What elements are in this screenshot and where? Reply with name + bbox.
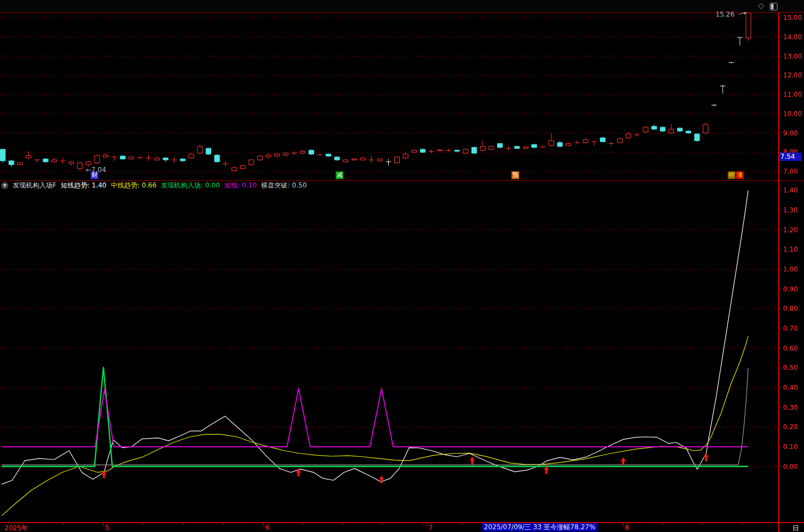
indicator-axis-label: 0.00 [783,463,798,471]
indicator-axis-label: 0.70 [783,325,798,332]
candle-body-up [583,140,588,143]
candle [309,149,314,155]
price-axis-label: 11.00 [783,91,802,98]
low-price-label: ←7.04 [86,166,106,174]
candle [437,149,442,151]
candle-body-up [232,168,237,170]
candle-body-down [206,148,211,154]
candle-body-up [403,154,408,158]
candle-body-up [249,160,254,165]
candle [686,130,691,134]
indicator-axis-label: 0.60 [783,345,798,352]
price-axis-label: 9.00 [783,129,798,137]
candle [121,155,126,160]
candle [395,156,400,164]
candle [643,126,648,133]
candle [232,166,237,171]
indicator-axis-label: 1.20 [783,226,798,234]
candle [275,153,280,157]
candle [652,124,657,130]
candle-body-down [695,134,699,140]
candle [223,161,228,166]
month-label: 6 [265,524,270,531]
candle-body-up [378,159,383,160]
candle-body-up [95,156,100,163]
candle-body-down [215,155,220,161]
price-axis-label: 15.00 [783,14,802,22]
indicator-axis-label: 1.00 [783,265,798,273]
buy-signal-arrow [544,466,549,474]
axis-price-badge: 7.54 [779,153,802,161]
candle [155,157,160,161]
legend-institution-entry: 发现机构入场: 0.00 [161,181,220,190]
candle [77,162,82,171]
candle [523,146,528,149]
legend-mid-trend: 中线趋势: 0.66 [111,181,156,190]
candle [472,147,477,154]
candle-body-down [601,138,605,142]
candle-body-up [746,13,751,38]
candle [455,149,460,152]
indicator-axis-label: 1.30 [783,206,798,214]
event-badge[interactable]: 减 [336,171,343,179]
candle-body-down [420,149,425,152]
candle-body-up [258,156,263,160]
diamond-icon[interactable]: ◇ [758,1,764,10]
candle-body-down [472,148,477,153]
candle-body-up [437,150,442,150]
panel-layout-icon[interactable] [770,3,777,11]
candle [669,124,674,134]
candle [412,149,417,153]
candle [429,149,434,153]
buy-signal-arrow [470,457,475,465]
candle [9,160,14,166]
month-label: 5 [105,524,109,531]
period-label[interactable]: 日线 [792,524,804,532]
candle [660,126,665,132]
candle-body-down [1,149,6,161]
candle-body-up [523,147,528,148]
buy-signal-arrow [704,453,709,461]
candle [283,152,288,156]
candle [137,157,143,160]
candle [489,145,494,150]
candle [746,13,751,41]
indicator-line-短线 [2,389,748,447]
legend-breakout: 横盘突破: 0.50 [261,181,307,190]
candle-body-down [455,150,460,152]
date-status-badge: 2025/07/09/三 33 至今涨幅78.27% [482,523,597,531]
candle-body-down [532,144,537,147]
candle-body-up [26,156,31,158]
candle [215,154,220,163]
candle [712,104,717,106]
price-axis-label: 13.00 [783,53,802,60]
candle [129,156,134,160]
year-label: 2025年 [4,524,28,532]
indicator-line-发现机构入场 [2,368,748,467]
candle [43,158,48,163]
candle [634,133,640,137]
event-badge[interactable]: 涨 [736,171,744,179]
candle [540,146,546,148]
candle-body-up [275,154,280,156]
indicator-line-横盘突破 [2,368,748,465]
candle [197,144,202,154]
candle-body-down [686,131,691,133]
event-badge[interactable]: 预 [511,171,519,179]
event-badge[interactable]: 榜 [728,171,735,179]
chevron-down-icon[interactable]: ▼ [1,182,8,189]
candle-body-down [652,126,657,129]
candle [575,140,580,144]
candle [618,138,623,143]
candle-body-down [163,158,168,160]
candle-body-up [283,153,288,155]
chart-canvas[interactable]: 15.0014.0013.0012.0011.0010.009.008.007.… [0,0,804,532]
candle-body-up [103,155,108,157]
candle [695,133,699,142]
candle-body-up [86,162,91,165]
indicator-axis-label: 0.50 [783,364,798,372]
indicator-axis-label: 0.30 [783,404,798,411]
candle [566,143,571,147]
candle-body-up [412,150,417,152]
candle [163,157,168,162]
